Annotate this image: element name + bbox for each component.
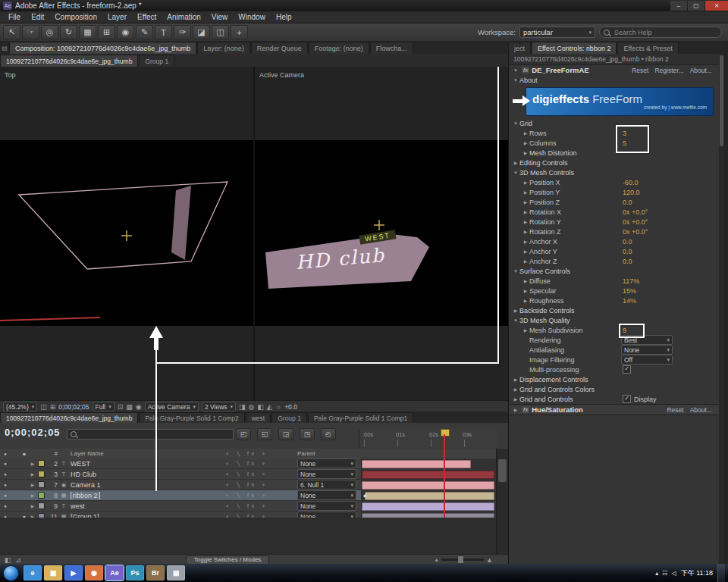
zoom-in-icon[interactable]: ▲: [486, 556, 493, 564]
register-link[interactable]: Register...: [654, 67, 683, 74]
effect-huesaturation-header[interactable]: ▶ fx Hue/Saturation Reset About...: [509, 404, 720, 415]
effect-param-value[interactable]: 0x +0.0°: [623, 208, 648, 216]
layer-name-column-header[interactable]: Layer Name: [68, 450, 222, 457]
brush-tool[interactable]: ✑: [174, 25, 191, 39]
scrollbar-thumb[interactable]: [498, 459, 507, 482]
effect-row-multi-processing[interactable]: Multi-processing✓: [509, 365, 720, 374]
twirl-icon[interactable]: ▶: [522, 258, 529, 264]
layer-track[interactable]: [361, 501, 496, 511]
zoom-track[interactable]: [441, 559, 484, 561]
effect-row-antialiasing[interactable]: AntialiasingNone▾: [509, 345, 720, 355]
effect-param-value[interactable]: 0.0: [623, 199, 632, 206]
selection-tool[interactable]: ↖: [3, 25, 20, 39]
checkbox[interactable]: ✓: [623, 365, 631, 374]
visibility-toggle[interactable]: ●: [0, 472, 11, 477]
layer-row-9[interactable]: ●▶9Twest⚬ ╲ fx ⚬None▾: [0, 501, 496, 512]
timeline-tab-0[interactable]: 100927210776d4026c9c4dae6e_jpg_thumb: [0, 412, 138, 423]
checkbox[interactable]: ✓: [623, 395, 631, 403]
timeline-zoom-slider[interactable]: ▲ ▲: [434, 556, 508, 564]
layer-switch-icons[interactable]: ⚬ ╲ fx ⚬: [222, 503, 297, 509]
layer-duration-bar[interactable]: [365, 492, 495, 500]
twirl-icon[interactable]: ▶: [522, 278, 529, 283]
layer-switch-icons[interactable]: ⚬ ╲ fx ⚬: [222, 482, 297, 488]
layer-track[interactable]: [361, 458, 496, 468]
current-timecode[interactable]: 0;00;02;05: [5, 427, 61, 438]
effect-row-3d-mesh-controls[interactable]: ▼3D Mesh Controls: [509, 167, 720, 177]
current-time-indicator[interactable]: [444, 434, 445, 518]
effect-param-dropdown[interactable]: Best▾: [621, 335, 673, 345]
effect-row-3d-mesh-quality[interactable]: ▼3D Mesh Quality: [509, 315, 720, 325]
effect-param-value[interactable]: 0.0: [623, 248, 632, 255]
parent-dropdown[interactable]: None▾: [297, 490, 361, 500]
effect-param-dropdown[interactable]: None▾: [621, 345, 673, 355]
clone-stamp-tool[interactable]: ◪: [193, 25, 210, 39]
zoom-out-icon[interactable]: ▲: [434, 557, 439, 562]
layer-switch-icons[interactable]: ⚬ ╲ fx ⚬: [222, 471, 297, 477]
layer-name[interactable]: Camera 1: [68, 481, 222, 489]
menu-file[interactable]: File: [3, 13, 26, 21]
always-preview-icon[interactable]: ◫: [40, 403, 47, 411]
transparency-grid-icon[interactable]: ▦: [126, 403, 133, 411]
pixel-aspect-icon[interactable]: ◧: [257, 403, 264, 411]
layer-name[interactable]: HD Club: [68, 471, 222, 478]
twirl-icon[interactable]: ▶: [522, 327, 529, 333]
parent-dropdown[interactable]: None▾: [297, 458, 361, 468]
panel-menu-icon[interactable]: ▤: [0, 42, 9, 54]
twirl-icon[interactable]: ▶: [522, 199, 529, 205]
exposure-icon[interactable]: ☼: [275, 403, 281, 411]
menu-layer[interactable]: Layer: [102, 13, 132, 21]
zoom-handle[interactable]: [458, 556, 463, 563]
menu-composition[interactable]: Composition: [49, 13, 102, 21]
effect-param-value[interactable]: -60.0: [623, 179, 639, 186]
twirl-icon[interactable]: ▼: [512, 68, 519, 73]
effect-row-position-y[interactable]: ▶Position Y120.0: [509, 187, 720, 197]
taskbar-internet-explorer[interactable]: e: [24, 565, 42, 580]
fx-badge-icon[interactable]: fx: [522, 67, 529, 74]
twirl-icon[interactable]: ▶: [29, 482, 36, 487]
twirl-icon[interactable]: ▶: [522, 130, 529, 136]
twirl-icon[interactable]: ▶: [512, 407, 519, 412]
effect-row-image-filtering[interactable]: Image FilteringOff▾: [509, 355, 720, 365]
taskbar-bridge[interactable]: Br: [146, 565, 165, 580]
twirl-icon[interactable]: ▶: [29, 471, 36, 477]
effect-row-rotation-x[interactable]: ▶Rotation X0x +0.0°: [509, 207, 720, 217]
panel-tab-right-1[interactable]: Effect Controls: ribbon 2: [532, 42, 617, 54]
about-link[interactable]: About...: [690, 67, 712, 74]
timeline-search-input[interactable]: [80, 430, 230, 439]
effect-row-anchor-y[interactable]: ▶Anchor Y0.0: [509, 246, 720, 256]
taskbar-web-browser[interactable]: ◉: [85, 565, 103, 580]
layer-row-8[interactable]: ●▶8▦ribbon 2⚬ ╲ fx ⚬None▾◆: [0, 490, 496, 501]
volume-icon[interactable]: ◁: [671, 570, 676, 577]
toggle-switches-modes-button[interactable]: Toggle Switches / Modes: [186, 555, 270, 565]
panel-tab-right-2[interactable]: Effects & Preset: [617, 42, 678, 54]
keyframe-icon[interactable]: ◆: [363, 493, 367, 498]
layer-duration-bar[interactable]: [362, 460, 471, 468]
twirl-icon[interactable]: ▶: [512, 386, 519, 392]
exposure-value[interactable]: +0.0: [284, 403, 297, 411]
text-tool[interactable]: T: [155, 25, 172, 39]
twirl-icon[interactable]: ▼: [512, 121, 519, 126]
visibility-toggle[interactable]: ●: [0, 504, 11, 508]
effect-param-value[interactable]: 15%: [623, 287, 636, 295]
effect-row-roughness[interactable]: ▶Roughness14%: [509, 296, 720, 305]
timeline-tab-3[interactable]: Group 1: [271, 412, 307, 423]
effect-row-grid[interactable]: ▼Grid: [509, 118, 720, 128]
current-time-indicator-handle[interactable]: [441, 429, 450, 436]
time-ruler[interactable]: :00s01s02s03s: [359, 429, 497, 449]
snapshot-icon[interactable]: ◨: [239, 403, 246, 411]
twirl-icon[interactable]: ▶: [522, 219, 529, 224]
eraser-tool[interactable]: ◫: [212, 25, 229, 39]
fx-badge-icon[interactable]: fx: [522, 406, 529, 413]
effect-row-about[interactable]: ▼About: [509, 75, 720, 85]
layer-name[interactable]: west: [68, 502, 222, 510]
network-icon[interactable]: ☷: [662, 570, 667, 577]
twirl-icon[interactable]: ▶: [522, 239, 529, 244]
panel-tab-left-4[interactable]: Flowcha...: [370, 42, 413, 54]
fast-preview-icon[interactable]: ◭: [267, 403, 272, 411]
panel-tab-left-0[interactable]: Composition: 100927210776d4026c9c4dae6e_…: [9, 42, 196, 54]
layer-track[interactable]: [361, 480, 496, 490]
visibility-toggle[interactable]: ●: [0, 462, 11, 466]
effect-row-surface-controls[interactable]: ▼Surface Controls: [509, 266, 720, 276]
panel-tab-left-2[interactable]: Render Queue: [251, 42, 308, 54]
effect-row-position-x[interactable]: ▶Position X-60.0: [509, 177, 720, 187]
